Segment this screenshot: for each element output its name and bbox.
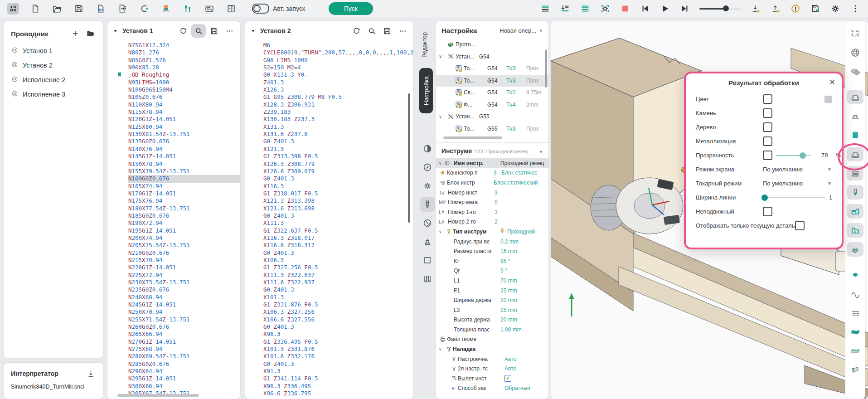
wave-teal-icon[interactable] xyxy=(847,325,863,339)
param-value[interactable]: 5 ° xyxy=(500,268,546,274)
code-line[interactable]: N285G0Z0.676 xyxy=(128,360,240,368)
code-line[interactable]: G1 Z341.114 F0.5 xyxy=(263,375,413,382)
machine-a-icon[interactable] xyxy=(847,204,863,219)
parameter-row[interactable]: Ширина держа20 mm xyxy=(436,295,548,305)
tree-chevron-icon[interactable]: ∨ xyxy=(439,114,446,119)
tree-horizontal-scrollbar[interactable] xyxy=(443,136,502,139)
tab-editor[interactable]: Редактор xyxy=(421,25,428,64)
parameter-row[interactable]: Размер пласти16 mm xyxy=(436,246,548,256)
code-line[interactable]: X128.3 Z306.931 xyxy=(263,101,413,108)
code-line[interactable]: N185G0Z0.676 xyxy=(128,212,240,219)
code-line[interactable]: N255X71.54Z-13.751 xyxy=(128,316,240,323)
drill-bit-icon[interactable] xyxy=(847,185,863,200)
auto-run-toggle[interactable] xyxy=(252,4,269,14)
param-value[interactable]: Авто xyxy=(504,365,546,372)
dropdown-value[interactable]: По умолчанию xyxy=(763,166,803,173)
param-value[interactable]: 3 xyxy=(495,209,546,215)
code-line[interactable]: X126.6 Z309.079 xyxy=(263,168,413,175)
code-line[interactable]: G0 Z401.3 xyxy=(263,138,413,145)
code-line[interactable]: N265X66.94 xyxy=(128,331,240,338)
machine-b-icon[interactable] xyxy=(847,223,863,238)
code-line[interactable]: X106.6 Z327.556 xyxy=(263,316,413,323)
explorer-item[interactable]: Исполнение 2 xyxy=(4,73,103,87)
tree-row[interactable]: GСв...G54T#29.75m xyxy=(436,87,548,99)
stock-icon[interactable] xyxy=(160,3,171,14)
parameter-row[interactable]: Высота держа20 mm xyxy=(436,315,548,325)
code-line[interactable]: N85G0Z1.576 xyxy=(128,57,240,64)
refresh-icon[interactable] xyxy=(349,24,364,38)
save-icon[interactable] xyxy=(207,24,221,38)
tree-row[interactable]: GТо...G55T#3Прох xyxy=(436,123,548,135)
warning-icon[interactable] xyxy=(790,3,801,14)
code-line[interactable]: N115X78.94 xyxy=(128,108,240,116)
skip-forward-icon[interactable] xyxy=(679,3,690,14)
save-run-icon[interactable] xyxy=(810,3,821,14)
code-line[interactable]: N75G1X12.324 xyxy=(128,42,240,49)
chevron-down-icon[interactable]: ∨ xyxy=(439,161,445,165)
play-icon[interactable] xyxy=(659,3,670,14)
code-line[interactable]: X116.3 Z318.017 xyxy=(263,234,413,242)
flag-icon[interactable] xyxy=(847,363,863,377)
code-line[interactable]: N175X76.94 xyxy=(128,197,240,204)
color-swatch[interactable] xyxy=(824,96,832,103)
press-icon[interactable] xyxy=(420,234,435,249)
hatch-icon[interactable] xyxy=(847,242,863,257)
close-icon[interactable]: ✕ xyxy=(829,78,835,87)
parameter-row[interactable]: Файл геоме xyxy=(436,335,548,345)
code-line[interactable]: N125X80.94 xyxy=(128,123,240,131)
param-value[interactable]: ✓ xyxy=(504,375,546,382)
visibility-eye-icon[interactable] xyxy=(11,90,19,99)
explorer-item[interactable]: Исполнение 3 xyxy=(4,87,103,102)
code-line[interactable]: G1 Z331.876 F0.5 xyxy=(263,301,413,308)
contrast-icon[interactable] xyxy=(420,141,435,156)
code-line[interactable]: N275X68.94 xyxy=(128,345,240,353)
param-value[interactable]: 0 xyxy=(495,199,546,205)
code-line[interactable]: N160G0Z0.676 xyxy=(128,175,240,182)
code-line[interactable]: G1 Z327.256 F0.5 xyxy=(263,264,413,271)
tree-chevron-icon[interactable]: ∨ xyxy=(439,54,446,59)
code-line[interactable]: CYCLE800(0,"TURN",200,57,,,,0,0,0,,,,1,1… xyxy=(263,49,413,56)
parameter-row[interactable]: T#Номер инст3 xyxy=(436,188,548,198)
tree-row[interactable]: ∨Устан...G55 xyxy=(436,111,548,123)
compass-icon[interactable] xyxy=(420,160,435,175)
code-line[interactable]: N215X70.94 xyxy=(128,257,240,264)
dot-teal-icon[interactable] xyxy=(847,268,863,282)
code-line[interactable]: X126.3 Z308.779 xyxy=(263,161,413,168)
chevron-down-icon[interactable]: ▼ xyxy=(539,150,543,154)
visibility-eye-icon[interactable] xyxy=(11,46,19,55)
book-icon[interactable] xyxy=(420,272,435,286)
save-icon[interactable] xyxy=(380,24,394,38)
param-value[interactable]: 1.98 mm xyxy=(500,326,546,333)
open-folder-icon[interactable] xyxy=(52,3,63,14)
code-line[interactable]: G0 Z401.3 xyxy=(263,398,413,399)
cylinder-teal-icon[interactable] xyxy=(847,128,863,142)
code-line[interactable]: N220G1Z-14.051 xyxy=(128,264,240,271)
code-line[interactable]: G1 Z322.637 F0.5 xyxy=(263,227,413,234)
code-line[interactable]: X106.3 Z327.256 xyxy=(263,308,413,316)
code-line[interactable]: X96.6 Z336.795 xyxy=(263,390,413,397)
code-line[interactable]: N270G1Z-14.051 xyxy=(128,338,240,345)
simulation-icon[interactable] xyxy=(139,3,150,14)
code-line[interactable]: N135G0Z0.676 xyxy=(128,138,240,145)
param-value[interactable]: Проходной резец xyxy=(500,160,546,166)
download-alert-icon[interactable]: ! xyxy=(750,3,761,14)
tab-settings[interactable]: Настройка xyxy=(419,68,433,113)
param-value[interactable]: 2 xyxy=(495,219,546,225)
wave-mixed-icon[interactable] xyxy=(847,344,863,358)
solid-view-icon[interactable] xyxy=(847,64,863,79)
tree-row[interactable]: Протон ... xyxy=(436,39,548,51)
new-operation-button[interactable]: Новая опер... xyxy=(499,27,536,34)
indent-down-icon[interactable] xyxy=(560,3,571,14)
code-line[interactable]: X101.3 xyxy=(263,294,413,301)
skip-back-icon[interactable] xyxy=(640,3,650,14)
param-value[interactable]: 20 mm xyxy=(500,316,546,323)
horizontal-scrollbar[interactable] xyxy=(117,394,199,397)
parameter-row[interactable]: L170 mm xyxy=(436,276,548,286)
part-stack-icon[interactable] xyxy=(847,166,863,180)
param-value[interactable]: Проходной xyxy=(499,228,546,235)
code-line[interactable]: N165X74.94 xyxy=(128,183,240,190)
app-menu-icon[interactable] xyxy=(7,3,19,15)
code-line[interactable]: N240X68.94 xyxy=(128,294,240,301)
start-button[interactable]: Пуск xyxy=(329,2,373,15)
add-button[interactable] xyxy=(70,28,81,39)
